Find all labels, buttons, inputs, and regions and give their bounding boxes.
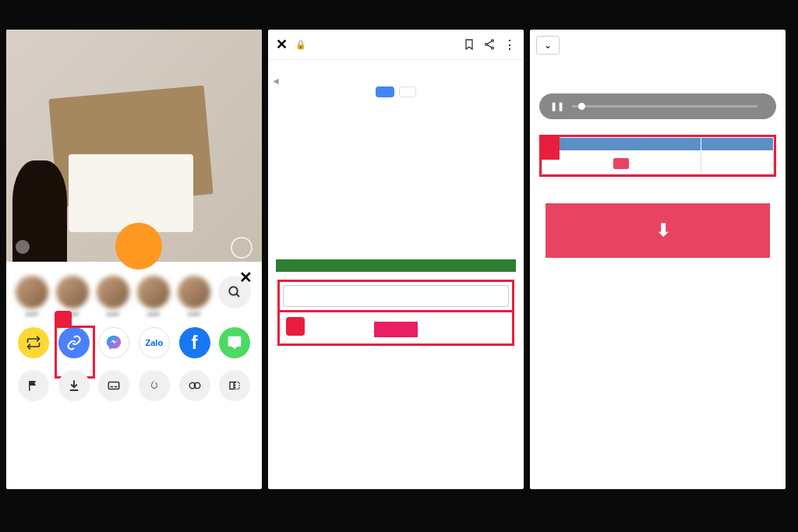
action-caption-off[interactable] [96,370,132,403]
th-video [542,138,701,151]
zalo-icon: Zalo [139,327,170,358]
download-table [542,137,774,174]
action-stitch[interactable] [217,370,252,403]
share-zalo[interactable]: Zalo [136,327,172,361]
panel-expertsphp-input: ✕ 🔒 ⋮ ◄ [268,30,524,489]
avatar[interactable] [137,276,170,308]
svg-rect-3 [111,386,114,388]
highlight-box-3 [539,135,776,177]
pause-icon[interactable]: ❚❚ [550,101,564,111]
svg-rect-8 [235,382,239,389]
highlight-box-2a [277,280,514,312]
stop-ad-button[interactable] [376,86,394,97]
download-button[interactable] [374,322,418,337]
share-facebook[interactable]: f [177,327,213,361]
sms-icon [219,327,250,358]
action-duet[interactable] [177,370,213,403]
ads-section: ◄ [268,76,524,104]
action-promote[interactable] [136,370,172,403]
svg-rect-4 [115,386,118,388]
table-row [542,151,774,174]
close-icon[interactable]: ✕ [239,268,252,287]
svg-point-11 [492,47,494,49]
back-arrow-icon[interactable]: ◄ [271,76,281,86]
facebook-icon: f [179,327,210,358]
audio-player[interactable]: ❚❚ [539,93,776,119]
avatar[interactable] [178,276,210,308]
duet-icon [179,370,210,401]
share-messenger[interactable] [96,327,132,361]
svg-line-12 [487,41,491,44]
format-value [701,151,774,174]
download-icon [58,370,90,401]
video-preview [6,30,262,262]
share-row-apps: Zalo f [16,327,252,361]
panel-download-result: ⌄ ❚❚ ⬇ [530,30,786,489]
th-format [701,138,774,151]
close-icon[interactable]: ✕ [276,36,288,53]
step-badge-2 [286,317,305,336]
header [0,0,798,30]
share-sms[interactable] [217,327,252,361]
download-link-button[interactable] [613,158,629,169]
svg-point-0 [229,287,238,295]
avatar[interactable] [16,276,48,308]
download-arrow-icon: ⬇ [656,220,670,241]
share-sheet: ✕ user user user user user [6,262,262,410]
avatar-row: user user user user user [16,276,252,318]
share-row-actions [16,370,252,403]
twitter-downloader-link[interactable] [276,259,516,272]
browser-bar: ✕ 🔒 ⋮ [268,30,524,60]
description-text [268,60,524,76]
svg-line-13 [487,45,491,48]
more-icon[interactable]: ⋮ [503,37,516,52]
avatar[interactable] [56,276,89,308]
avatar[interactable] [97,276,129,308]
highlight-box-2b [277,312,514,346]
lock-icon: 🔒 [295,40,306,50]
record-ring-icon [231,237,252,259]
share-repost[interactable] [16,327,51,361]
svg-rect-7 [230,382,234,389]
ad-placeholder [268,104,524,259]
stitch-icon [219,370,250,401]
click-download-button[interactable]: ⬇ [546,203,770,258]
share-icon[interactable] [483,38,496,51]
action-save-video[interactable] [56,370,92,403]
panel-tiktok-share: ✕ user user user user user [6,30,262,489]
bookmark-icon[interactable] [463,38,475,51]
fire-icon [139,370,170,401]
flag-icon [18,370,49,401]
svg-rect-2 [108,382,119,389]
url-input[interactable] [283,285,509,307]
repost-icon [18,327,49,358]
svg-point-10 [486,44,488,46]
collapse-icon[interactable]: ⌄ [536,36,560,55]
why-ad-button[interactable] [399,86,416,97]
audio-progress[interactable] [572,105,757,107]
svg-line-1 [236,294,239,297]
caption-icon [98,370,129,401]
step-badge-1 [55,311,72,328]
messenger-icon [98,327,129,358]
step-badge-3 [539,135,560,160]
play-icon[interactable] [16,240,30,254]
svg-point-9 [492,40,494,42]
action-report[interactable] [16,370,51,403]
